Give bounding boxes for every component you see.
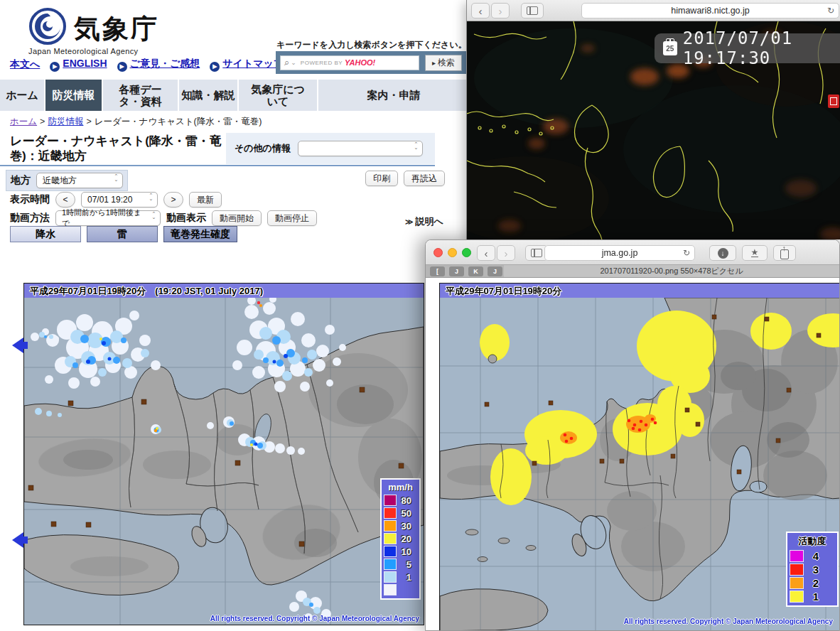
thunder-legend: 活動度 4 3 2 1: [786, 532, 839, 607]
legend-swatch: [384, 520, 397, 532]
reload-button[interactable]: 再読込: [404, 171, 445, 186]
legend-label: 80: [399, 495, 411, 506]
other-info-select[interactable]: [298, 141, 423, 156]
play-bullet-icon: ▶: [50, 62, 60, 72]
url-text: jma.go.jp: [602, 248, 638, 258]
back-button[interactable]: ‹: [477, 245, 495, 261]
jma-logo-icon: [28, 7, 67, 45]
animation-row: 動画方法 1時間前から1時間後まで 動画表示 動画開始 動画停止: [10, 210, 317, 226]
search-instruction: キーワードを入力し検索ボタンを押下ください。: [276, 39, 467, 51]
legend-label: 4: [806, 550, 819, 562]
zoom-window-button[interactable]: [462, 248, 471, 257]
link-english[interactable]: ENGLISH: [63, 58, 107, 69]
close-window-button[interactable]: [434, 248, 443, 257]
select-stepper-icon: [148, 194, 154, 200]
tab-bar: [ J K J 201707011920-00.png 550×478ピクセル: [426, 265, 839, 278]
breadcrumb: ホーム>防災情報>レーダー・ナウキャスト(降水・雷・竜巻): [10, 116, 262, 128]
mode-tab-tornado[interactable]: 竜巻発生確度: [163, 226, 237, 242]
pinned-tab[interactable]: J: [488, 266, 502, 276]
jma-image-browser-window: ‹ › jma.go.jp ↻ ↓ ★ [ J K J 201707011920…: [425, 239, 840, 631]
time-next-button[interactable]: >: [163, 192, 183, 207]
sidebar-icon: [527, 6, 538, 15]
legend-swatch: [384, 571, 397, 583]
link-feedback[interactable]: ご意見・ご感想: [130, 58, 200, 69]
sidebar-icon: [531, 249, 542, 257]
search-icon: [284, 57, 291, 68]
minimize-window-button[interactable]: [448, 248, 457, 257]
pan-west-arrow-icon[interactable]: [12, 532, 23, 548]
himawari-url-field[interactable]: himawari8.nict.go.jp ↻: [581, 3, 839, 18]
nav-tab-disaster-info[interactable]: 防災情報: [45, 80, 102, 111]
share-button[interactable]: [773, 245, 796, 261]
page-title: レーダー・ナウキャスト(降水・雷・竜巻)：近畿地方: [10, 134, 223, 164]
link-skip-to-content[interactable]: 本文へ: [10, 58, 40, 71]
display-time-row: 表示時間 < 07/01 19:20 > 最新: [10, 192, 222, 207]
top-links: 本文へ ▶ENGLISH ▶ご意見・ご感想 ▶サイトマップ: [10, 58, 284, 71]
yahoo-logo: YAHOO!: [345, 58, 375, 67]
himawari-toolbar: ‹ › himawari8.nict.go.jp ↻: [467, 0, 840, 21]
breadcrumb-separator: >: [37, 117, 48, 126]
pinned-tab[interactable]: J: [449, 266, 464, 276]
nav-tab-guide[interactable]: 案内・申請: [318, 80, 469, 111]
calendar-icon[interactable]: 25: [663, 41, 677, 55]
pan-west-arrow-icon[interactable]: [12, 338, 23, 353]
other-info-panel: その他の情報: [226, 133, 435, 164]
legend-label: 20: [399, 534, 411, 544]
animation-start-button[interactable]: 動画開始: [212, 210, 262, 226]
time-select[interactable]: 07/01 19:20: [81, 192, 158, 207]
animation-stop-button[interactable]: 動画停止: [267, 210, 317, 226]
back-icon: ‹: [479, 5, 483, 17]
print-reload-row: 印刷 再読込: [365, 171, 445, 186]
sidebar-button[interactable]: [521, 3, 544, 18]
pinned-tab[interactable]: K: [468, 266, 483, 276]
breadcrumb-home[interactable]: ホーム: [10, 117, 37, 126]
search-button[interactable]: 検索: [425, 55, 462, 71]
legend-swatch: [384, 507, 397, 519]
chevron-down-icon: [291, 59, 301, 66]
forward-button[interactable]: ›: [497, 245, 515, 261]
bookmarks-button[interactable]: ★: [742, 245, 768, 261]
search-input[interactable]: POWERED BY YAHOO!: [280, 55, 419, 70]
active-tab-title[interactable]: 201707011920-00.png 550×478ピクセル: [504, 265, 839, 277]
latest-button[interactable]: 最新: [189, 192, 222, 207]
thunder-map-image: [440, 298, 840, 631]
map-control-badge[interactable]: [828, 95, 839, 108]
forward-button[interactable]: ›: [491, 3, 510, 18]
downloads-button[interactable]: ↓: [709, 245, 736, 261]
calendar-day: 25: [663, 41, 677, 55]
print-button[interactable]: 印刷: [365, 171, 398, 186]
pinned-tab[interactable]: [: [430, 266, 445, 276]
jma-window-toolbar: ‹ › jma.go.jp ↻ ↓ ★: [426, 240, 839, 265]
nav-tab-about[interactable]: 気象庁について: [239, 80, 317, 111]
legend-swatch: [790, 577, 804, 589]
thunder-map-copyright: All rights reserved. Copyright © Japan M…: [624, 617, 833, 625]
legend-label: 30: [399, 521, 411, 532]
region-select[interactable]: 近畿地方: [36, 173, 123, 188]
breadcrumb-disaster[interactable]: 防災情報: [48, 117, 83, 126]
thunder-radar-map: 平成29年07月01日19時20分: [439, 283, 840, 631]
back-button[interactable]: ‹: [471, 3, 490, 18]
time-select-value: 07/01 19:20: [87, 195, 132, 205]
nav-tab-data[interactable]: 各種データ・資料: [103, 80, 178, 111]
reload-icon[interactable]: ↻: [827, 6, 834, 16]
mode-tab-thunder[interactable]: 雷: [87, 226, 158, 242]
mode-tab-precipitation[interactable]: 降水: [10, 226, 81, 242]
breadcrumb-current: レーダー・ナウキャスト(降水・雷・竜巻): [95, 117, 262, 126]
link-sitemap[interactable]: サイトマップ: [222, 58, 284, 69]
rain-map-titlebar: 平成29年07月01日19時20分 (19:20 JST, 01 July 20…: [24, 284, 424, 298]
nav-tab-home[interactable]: ホーム: [0, 80, 44, 111]
legend-label: 1: [399, 572, 411, 583]
title-block: レーダー・ナウキャスト(降水・雷・竜巻)：近畿地方 その他の情報: [0, 132, 435, 166]
satellite-timestamp: 2017/07/01 19:17:30: [683, 28, 840, 68]
select-stepper-icon: [151, 212, 157, 219]
animation-range-select[interactable]: 1時間前から1時間後まで: [55, 210, 161, 226]
legend-swatch: [384, 559, 397, 570]
nav-tab-knowledge[interactable]: 知識・解説: [179, 80, 237, 111]
time-prev-button[interactable]: <: [55, 192, 75, 207]
rain-legend-unit: mm/h: [384, 482, 417, 492]
reload-icon[interactable]: ↻: [683, 248, 690, 258]
legend-swatch: [384, 495, 397, 506]
legend-label: 2: [806, 577, 819, 589]
jma-url-field[interactable]: jma.go.jp ↻: [544, 245, 695, 261]
help-link[interactable]: 説明へ: [405, 215, 443, 228]
